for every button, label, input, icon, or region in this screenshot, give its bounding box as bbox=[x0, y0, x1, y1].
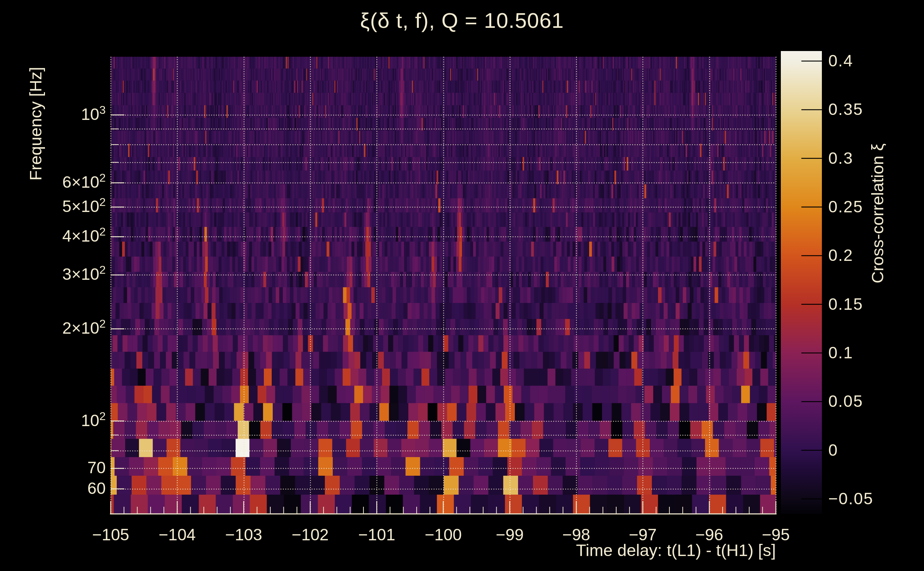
y-tick-label: 103 bbox=[0, 105, 106, 125]
colorbar-tick-label: 0.1 bbox=[828, 343, 921, 362]
y-tick-label: 3×102 bbox=[0, 265, 106, 285]
x-tick-label: −101 bbox=[341, 525, 413, 544]
colorbar-tick-label: 0.2 bbox=[828, 246, 921, 264]
x-tick-label: −103 bbox=[208, 525, 280, 544]
y-tick-label: 102 bbox=[0, 411, 106, 432]
heatmap-canvas bbox=[0, 0, 924, 571]
colorbar-tick-label: 0.35 bbox=[828, 100, 921, 119]
x-tick-label: −104 bbox=[141, 525, 213, 544]
y-tick-label: 70 bbox=[0, 458, 106, 477]
colorbar-tick-label: 0.15 bbox=[828, 295, 921, 313]
y-tick-label: 2×102 bbox=[0, 319, 106, 339]
x-tick-label: −105 bbox=[75, 525, 147, 544]
y-tick-label: 5×102 bbox=[0, 197, 106, 218]
x-tick-label: −95 bbox=[740, 525, 811, 544]
colorbar-tick-label: 0.25 bbox=[828, 198, 921, 216]
x-tick-label: −102 bbox=[275, 525, 346, 544]
y-tick-label: 6×102 bbox=[0, 173, 106, 193]
x-tick-label: −98 bbox=[541, 525, 612, 544]
colorbar-tick-label: 0.4 bbox=[828, 51, 921, 70]
colorbar-tick-label: 0.3 bbox=[828, 149, 921, 167]
plot-title: ξ(δ t, f), Q = 10.5061 bbox=[0, 9, 924, 33]
x-tick-label: −99 bbox=[474, 525, 545, 544]
colorbar-tick-label: −0.05 bbox=[828, 489, 921, 508]
x-tick-label: −96 bbox=[674, 525, 745, 544]
colorbar-tick-label: 0 bbox=[828, 441, 921, 459]
qscan-figure: ξ(δ t, f), Q = 10.5061 Frequency [Hz] Ti… bbox=[0, 0, 924, 571]
y-tick-label: 4×102 bbox=[0, 227, 106, 247]
colorbar-tick-label: 0.05 bbox=[828, 392, 921, 411]
y-tick-label: 60 bbox=[0, 479, 106, 497]
x-tick-label: −100 bbox=[408, 525, 479, 544]
x-tick-label: −97 bbox=[607, 525, 678, 544]
